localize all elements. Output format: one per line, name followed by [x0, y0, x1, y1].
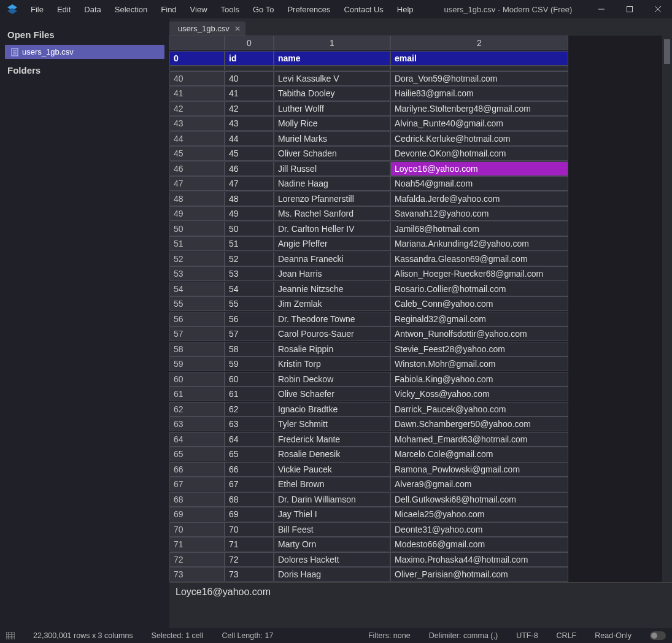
table-cell[interactable]: 57: [225, 326, 274, 341]
table-cell[interactable]: Tabitha Dooley: [274, 86, 390, 101]
table-cell[interactable]: 50: [225, 221, 274, 236]
table-cell[interactable]: Angie Pfeffer: [274, 236, 390, 251]
table-cell[interactable]: 53: [225, 266, 274, 281]
menu-item-go-to[interactable]: Go To: [247, 2, 280, 17]
menu-item-view[interactable]: View: [184, 2, 214, 17]
row-header[interactable]: 59: [169, 356, 225, 371]
table-cell[interactable]: Jean Harris: [274, 266, 390, 281]
row-header[interactable]: 50: [169, 221, 225, 236]
row-header[interactable]: 70: [169, 522, 225, 537]
row-header[interactable]: 49: [169, 206, 225, 221]
table-cell[interactable]: Noah54@gmail.com: [390, 176, 568, 191]
table-cell[interactable]: 55: [225, 296, 274, 311]
table-cell[interactable]: 45: [225, 146, 274, 161]
table-cell[interactable]: Doris Haag: [274, 567, 390, 582]
row-header[interactable]: 57: [169, 326, 225, 341]
vertical-scrollbar[interactable]: [662, 36, 672, 582]
table-cell[interactable]: Alvera9@gmail.com: [390, 477, 568, 491]
table-cell[interactable]: Micaela25@yahoo.com: [390, 507, 568, 522]
menu-item-tools[interactable]: Tools: [215, 2, 245, 17]
table-cell[interactable]: Jamil68@hotmail.com: [390, 221, 568, 236]
data-grid[interactable]: 0120idnameemail4040Levi Kassulke VDora_V…: [169, 36, 662, 582]
table-cell[interactable]: 65: [225, 447, 274, 461]
status-encoding[interactable]: UTF-8: [516, 631, 538, 640]
table-cell[interactable]: Maximo.Prohaska44@hotmail.com: [390, 552, 568, 567]
minimize-button[interactable]: [587, 0, 616, 18]
table-cell[interactable]: 43: [225, 116, 274, 131]
table-cell[interactable]: Jill Russel: [274, 161, 390, 176]
sidebar-file-item[interactable]: users_1gb.csv: [5, 45, 164, 59]
column-header[interactable]: 1: [274, 36, 390, 50]
row-header[interactable]: 65: [169, 447, 225, 461]
corner-cell[interactable]: [169, 36, 225, 50]
table-cell[interactable]: 40: [225, 71, 274, 86]
table-cell[interactable]: Oliver_Parisian@hotmail.com: [390, 567, 568, 582]
file-tab[interactable]: users_1gb.csv ✕: [169, 21, 245, 36]
table-cell[interactable]: Dr. Carlton Heller IV: [274, 221, 390, 236]
row-header[interactable]: 48: [169, 191, 225, 206]
table-cell[interactable]: 69: [225, 507, 274, 522]
menu-item-help[interactable]: Help: [391, 2, 420, 17]
row-header[interactable]: 41: [169, 86, 225, 101]
row-header[interactable]: 47: [169, 176, 225, 191]
row-header[interactable]: 46: [169, 161, 225, 176]
row-header[interactable]: 42: [169, 101, 225, 116]
table-cell[interactable]: Rosalie Denesik: [274, 447, 390, 461]
table-cell[interactable]: Oliver Schaden: [274, 146, 390, 161]
table-cell[interactable]: Robin Deckow: [274, 372, 390, 387]
scroll-thumb[interactable]: [664, 39, 670, 64]
row-header[interactable]: 61: [169, 387, 225, 401]
table-cell[interactable]: Rosario.Collier@hotmail.com: [390, 282, 568, 296]
row-header[interactable]: 40: [169, 71, 225, 86]
table-cell[interactable]: 56: [225, 312, 274, 326]
column-header[interactable]: 0: [225, 36, 274, 50]
row-header[interactable]: 66: [169, 462, 225, 477]
table-cell[interactable]: Dr. Darin Williamson: [274, 492, 390, 507]
table-cell[interactable]: Dr. Theodore Towne: [274, 312, 390, 326]
table-cell[interactable]: 68: [225, 492, 274, 507]
status-filters[interactable]: Filters: none: [368, 631, 411, 640]
row-header[interactable]: 64: [169, 432, 225, 447]
table-cell[interactable]: Jim Zemlak: [274, 296, 390, 311]
status-readonly[interactable]: Read-Only: [595, 631, 631, 640]
table-cell[interactable]: Tyler Schmitt: [274, 417, 390, 431]
row-header[interactable]: 51: [169, 236, 225, 251]
table-cell[interactable]: Reginald32@gmail.com: [390, 312, 568, 326]
row-header[interactable]: 63: [169, 417, 225, 431]
table-cell[interactable]: Ethel Brown: [274, 477, 390, 491]
header-cell[interactable]: id: [225, 51, 274, 66]
table-cell[interactable]: Lorenzo Pfannerstill: [274, 191, 390, 206]
close-icon[interactable]: ✕: [234, 25, 241, 33]
table-cell[interactable]: Savanah12@yahoo.com: [390, 206, 568, 221]
table-cell[interactable]: Vicky_Koss@yahoo.com: [390, 387, 568, 401]
table-cell[interactable]: Kassandra.Gleason69@gmail.com: [390, 252, 568, 266]
table-cell[interactable]: 62: [225, 402, 274, 417]
table-cell[interactable]: Molly Rice: [274, 116, 390, 131]
cell-preview[interactable]: Loyce16@yahoo.com: [169, 582, 672, 628]
table-cell[interactable]: Frederick Mante: [274, 432, 390, 447]
table-cell[interactable]: Loyce16@yahoo.com: [390, 161, 568, 176]
table-cell[interactable]: 47: [225, 176, 274, 191]
table-cell[interactable]: [225, 66, 274, 71]
table-cell[interactable]: Marcelo.Cole@gmail.com: [390, 447, 568, 461]
table-cell[interactable]: Modesto66@gmail.com: [390, 537, 568, 552]
table-cell[interactable]: 61: [225, 387, 274, 401]
table-cell[interactable]: Darrick_Paucek@yahoo.com: [390, 402, 568, 417]
row-header[interactable]: 69: [169, 507, 225, 522]
table-cell[interactable]: Mariana.Ankunding42@yahoo.com: [390, 236, 568, 251]
close-button[interactable]: [644, 0, 672, 18]
row-header[interactable]: 0: [169, 51, 225, 66]
menu-item-edit[interactable]: Edit: [51, 2, 77, 17]
menu-item-contact-us[interactable]: Contact Us: [338, 2, 389, 17]
table-cell[interactable]: 70: [225, 522, 274, 537]
table-cell[interactable]: Dolores Hackett: [274, 552, 390, 567]
table-cell[interactable]: 60: [225, 372, 274, 387]
row-header[interactable]: 43: [169, 116, 225, 131]
table-cell[interactable]: 66: [225, 462, 274, 477]
table-cell[interactable]: [169, 66, 225, 71]
table-cell[interactable]: 71: [225, 537, 274, 552]
table-cell[interactable]: Dawn.Schamberger50@yahoo.com: [390, 417, 568, 431]
table-cell[interactable]: Ms. Rachel Sanford: [274, 206, 390, 221]
table-cell[interactable]: Winston.Mohr@gmail.com: [390, 356, 568, 371]
table-cell[interactable]: Dell.Gutkowski68@hotmail.com: [390, 492, 568, 507]
